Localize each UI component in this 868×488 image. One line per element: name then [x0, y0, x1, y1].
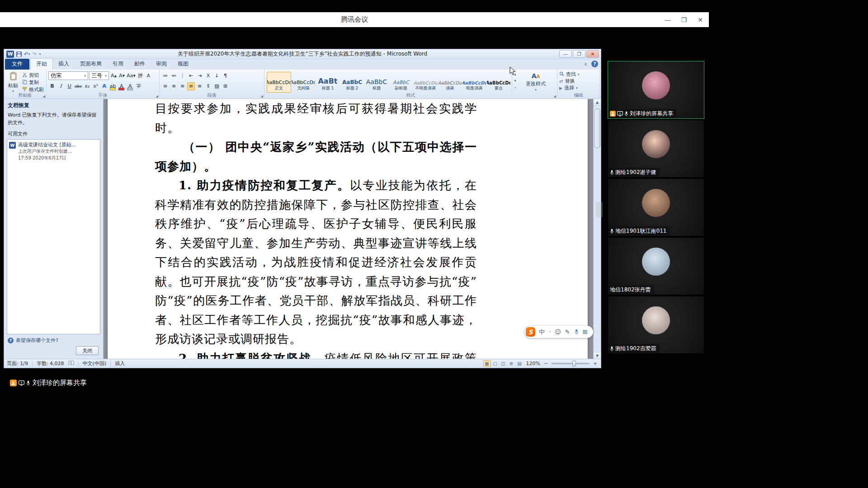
- char-shading-icon[interactable]: A: [126, 82, 134, 90]
- word-minimize-button[interactable]: —: [559, 50, 572, 58]
- panel-toggle-chevron[interactable]: ›: [596, 202, 603, 217]
- fullscreen-reading-view-icon[interactable]: ▢: [491, 360, 499, 367]
- change-styles-button[interactable]: AA 更改样式 ▾: [518, 70, 553, 93]
- bullets-icon[interactable]: ≔: [161, 72, 169, 80]
- keyboard-icon[interactable]: ⊞: [583, 328, 588, 335]
- style-item-2[interactable]: AaBt标题 1: [316, 72, 340, 93]
- tab-mailings[interactable]: 邮件: [129, 59, 151, 70]
- style-item-3[interactable]: AaBbC标题 2: [340, 72, 364, 93]
- tab-insert[interactable]: 插入: [53, 59, 75, 70]
- text-effects-icon[interactable]: A: [100, 82, 108, 90]
- paste-button[interactable]: 粘贴 ▾: [5, 70, 21, 93]
- underline-icon[interactable]: U: [66, 82, 73, 90]
- spellcheck-icon[interactable]: [68, 361, 74, 366]
- tab-references[interactable]: 引用: [107, 59, 129, 70]
- replace-button[interactable]: ⇄ 替换: [558, 78, 599, 84]
- font-name-combo[interactable]: 仿宋▾: [48, 71, 88, 80]
- align-center-icon[interactable]: ≡: [170, 82, 178, 90]
- emoji-icon[interactable]: ☺: [555, 328, 561, 335]
- highlight-icon[interactable]: ab: [109, 82, 117, 90]
- subscript-icon[interactable]: x₂: [83, 82, 91, 90]
- find-button[interactable]: 查找 ▾: [558, 71, 599, 78]
- sort-icon[interactable]: ↓: [213, 72, 221, 80]
- redo-icon[interactable]: ↷: [33, 51, 37, 57]
- justify-icon[interactable]: ≡: [187, 82, 195, 90]
- style-item-5[interactable]: AaBbC副标题: [389, 72, 413, 93]
- participant-tile[interactable]: 地信1802张丹蕾: [608, 238, 704, 295]
- undo-icon[interactable]: ↶▾: [24, 51, 30, 57]
- font-dialog-launcher-icon[interactable]: ◢: [156, 94, 158, 98]
- print-layout-view-icon[interactable]: ▦: [483, 360, 491, 367]
- styles-dialog-launcher-icon[interactable]: ◢: [554, 94, 556, 98]
- clipboard-dialog-launcher-icon[interactable]: ◢: [43, 94, 45, 98]
- participant-tile[interactable]: 测绘1902吉爱霞: [608, 296, 704, 353]
- word-restore-button[interactable]: ❐: [573, 50, 585, 58]
- word-count[interactable]: 字数: 4,028: [37, 360, 64, 367]
- change-case-icon[interactable]: Aa▾: [126, 72, 136, 80]
- tab-page-layout[interactable]: 页面布局: [75, 59, 107, 70]
- style-item-4[interactable]: AaBbC标题: [364, 72, 389, 93]
- participant-tile[interactable]: 地信1901耿江南011: [608, 179, 704, 236]
- draft-view-icon[interactable]: ▤: [516, 360, 524, 367]
- sogou-logo-icon[interactable]: S: [526, 327, 535, 337]
- enclose-char-icon[interactable]: 字: [135, 82, 142, 90]
- cut-button[interactable]: 剪切: [21, 72, 45, 79]
- multilevel-list-icon[interactable]: ⋮: [179, 72, 186, 80]
- save-icon[interactable]: [16, 52, 22, 57]
- chinese-mode-icon[interactable]: 中: [539, 328, 545, 336]
- web-layout-view-icon[interactable]: ◫: [500, 360, 507, 367]
- customize-qat-icon[interactable]: ▾: [39, 52, 41, 56]
- word-logo-icon[interactable]: W: [6, 51, 14, 58]
- scroll-up-icon[interactable]: ▲: [594, 99, 601, 106]
- superscript-icon[interactable]: x²: [92, 82, 99, 90]
- participant-tile[interactable]: 刘泽珍的屏幕共享: [608, 61, 704, 118]
- language-indicator[interactable]: 中文(中国): [83, 360, 107, 367]
- voice-icon[interactable]: [574, 329, 579, 335]
- paragraph-dialog-launc­her-icon[interactable]: ◢: [261, 94, 263, 98]
- align-right-icon[interactable]: ≡: [179, 82, 186, 90]
- italic-icon[interactable]: I: [57, 82, 65, 90]
- style-item-9[interactable]: AaBbCcDc要点: [486, 72, 511, 93]
- recovery-question-link[interactable]: ? 希望保存哪个文件?: [4, 334, 103, 345]
- asian-layout-icon[interactable]: X: [204, 72, 212, 80]
- shading-icon[interactable]: ▨: [213, 82, 221, 90]
- minimize-ribbon-icon[interactable]: ∧: [584, 61, 587, 66]
- style-item-0[interactable]: AaBbCcDd正文: [267, 72, 291, 93]
- outline-view-icon[interactable]: ≣: [508, 360, 515, 367]
- align-left-icon[interactable]: ≡: [161, 82, 169, 90]
- recovery-close-button[interactable]: 关闭: [76, 346, 99, 355]
- distribute-icon[interactable]: ≡: [196, 82, 203, 90]
- style-item-8[interactable]: AaBbCcDc明显强调: [462, 72, 486, 93]
- pilcrow-icon[interactable]: ¶: [222, 72, 229, 80]
- scroll-down-icon[interactable]: ▼: [594, 352, 601, 359]
- zoom-in-icon[interactable]: +: [592, 361, 598, 366]
- zoom-slider[interactable]: [552, 363, 590, 364]
- zoom-slider-thumb[interactable]: [572, 361, 576, 366]
- font-color-icon[interactable]: A: [118, 82, 125, 90]
- style-item-7[interactable]: AaBbCcDd强调: [438, 72, 462, 93]
- font-size-combo[interactable]: 三号▾: [89, 71, 109, 80]
- tab-file[interactable]: 文件: [5, 59, 29, 70]
- zoom-level[interactable]: 120%: [526, 361, 540, 366]
- tab-view[interactable]: 视图: [172, 59, 194, 70]
- punctuation-icon[interactable]: ·: [549, 328, 551, 335]
- borders-icon[interactable]: ⊞: [222, 82, 229, 90]
- participant-tile[interactable]: 测绘1902谢子健: [608, 120, 704, 177]
- pen-icon[interactable]: ✎: [565, 328, 570, 335]
- insert-mode-indicator[interactable]: 插入: [115, 360, 125, 367]
- gallery-down-icon[interactable]: ▾: [514, 79, 516, 83]
- page-indicator[interactable]: 页面: 1/9: [7, 360, 28, 367]
- tab-home[interactable]: 开始: [30, 58, 53, 70]
- gallery-more-icon[interactable]: ⌄: [514, 85, 517, 89]
- strikethrough-icon[interactable]: abc: [74, 82, 82, 90]
- shrink-font-icon[interactable]: A▾: [118, 72, 126, 80]
- bold-icon[interactable]: B: [48, 82, 56, 90]
- help-icon[interactable]: ?: [591, 61, 598, 67]
- copy-button[interactable]: 复制: [21, 79, 45, 86]
- zoom-out-icon[interactable]: −: [543, 361, 549, 366]
- numbering-icon[interactable]: ≕: [170, 72, 178, 80]
- select-button[interactable]: ▶ 选择 ▾: [558, 84, 599, 91]
- line-spacing-icon[interactable]: ⇕: [204, 82, 212, 90]
- grow-font-icon[interactable]: A▴: [110, 72, 118, 80]
- character-border-icon[interactable]: A: [145, 72, 152, 80]
